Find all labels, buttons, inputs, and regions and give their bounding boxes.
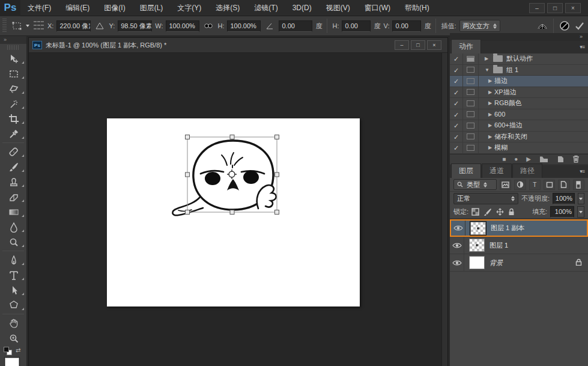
lock-all-icon[interactable] (508, 208, 515, 216)
menu-select[interactable]: 选择(S) (208, 0, 247, 16)
gradient-tool[interactable] (0, 204, 27, 219)
x-position-field[interactable]: 220.00 像素 (56, 20, 91, 32)
warp-mode-toggle-icon[interactable] (536, 20, 548, 32)
actions-panel-menu-icon[interactable] (580, 44, 584, 50)
action-label[interactable]: 储存和关闭 (494, 132, 527, 141)
crop-tool[interactable] (0, 111, 27, 126)
reference-point-locator[interactable] (32, 20, 44, 32)
new-action-button[interactable] (557, 156, 564, 163)
document-maximize-button[interactable]: □ (411, 40, 425, 50)
shape-tool[interactable] (0, 297, 27, 313)
menu-type[interactable]: 文字(Y) (170, 0, 208, 16)
blend-mode-dropdown[interactable]: 正常 (453, 193, 518, 204)
height-field[interactable]: 100.00% (227, 20, 261, 32)
action-check-icon[interactable]: ✓ (450, 132, 463, 142)
menu-filter[interactable]: 滤镜(T) (247, 0, 285, 16)
opacity-value[interactable]: 100% (553, 193, 575, 204)
toolbar-grip[interactable] (7, 45, 19, 50)
fill-dropdown-icon[interactable] (577, 206, 584, 218)
link-aspect-icon[interactable] (202, 20, 214, 32)
action-label[interactable]: 600+描边 (494, 121, 523, 130)
blur-tool[interactable] (0, 219, 27, 234)
opacity-dropdown-icon[interactable] (578, 193, 584, 204)
filter-smart-object-icon[interactable] (558, 180, 569, 190)
layer-row-background[interactable]: 背景 (450, 254, 588, 272)
lasso-tool[interactable] (0, 81, 27, 96)
expand-arrow-icon[interactable]: ▶ (488, 112, 494, 117)
type-tool[interactable] (0, 267, 27, 282)
eraser-tool[interactable] (0, 189, 27, 204)
action-item-blur[interactable]: ✓ ▶ 模糊 (450, 142, 588, 154)
brush-tool[interactable] (0, 159, 27, 174)
canvas[interactable] (107, 118, 360, 307)
action-check-icon[interactable]: ✓ (450, 53, 463, 64)
relative-positioning-icon[interactable] (94, 20, 106, 32)
lock-position-icon[interactable] (496, 208, 504, 216)
action-set-label[interactable]: 默认动作 (506, 54, 533, 63)
action-item-600-stroke[interactable]: ✓ ▶ 600+描边 (450, 120, 588, 132)
layer-name[interactable]: 图层 1 (489, 241, 508, 250)
layer-name[interactable]: 背景 (489, 258, 503, 267)
foreground-color-swatch[interactable] (5, 358, 19, 366)
tab-actions[interactable]: 动作 (451, 39, 481, 53)
zoom-tool[interactable] (0, 331, 27, 346)
layers-panel-menu-icon[interactable] (580, 168, 584, 174)
visibility-toggle[interactable] (451, 221, 465, 236)
menu-layer[interactable]: 图层(L) (133, 0, 171, 16)
menu-help[interactable]: 帮助(H) (398, 0, 437, 16)
path-selection-tool[interactable] (0, 282, 27, 297)
commit-transform-icon[interactable] (574, 20, 586, 32)
v-skew-field[interactable]: 0.00 (392, 20, 421, 32)
action-item-stroke[interactable]: ✓ ▶ 描边 (450, 76, 588, 87)
rotation-field[interactable]: 0.00 (279, 20, 312, 32)
play-button[interactable]: ▶ (526, 156, 531, 162)
menu-image[interactable]: 图像(I) (97, 0, 132, 16)
tab-channels[interactable]: 通道 (482, 163, 512, 178)
move-tool[interactable] (0, 51, 27, 66)
menu-3d[interactable]: 3D(D) (285, 0, 319, 16)
record-button[interactable]: ● (514, 156, 518, 162)
action-dialog-toggle[interactable] (463, 76, 479, 87)
action-check-icon[interactable]: ✓ (450, 87, 463, 98)
action-item-xp-stroke[interactable]: ✓ ▶ XP描边 (450, 87, 588, 99)
action-dialog-toggle[interactable] (463, 109, 479, 120)
tab-paths[interactable]: 路径 (512, 163, 542, 178)
expand-arrow-icon[interactable]: ▶ (488, 90, 494, 95)
action-dialog-toggle[interactable] (463, 98, 479, 109)
action-dialog-toggle[interactable] (463, 53, 479, 64)
magic-wand-tool[interactable] (0, 96, 27, 111)
layer-row-copy[interactable]: 图层 1 副本 (450, 219, 588, 237)
stop-button[interactable]: ■ (502, 156, 506, 162)
action-check-icon[interactable]: ✓ (450, 109, 463, 120)
expand-arrow-icon[interactable]: ▶ (488, 123, 494, 128)
action-item-rgb-color[interactable]: ✓ ▶ RGB颜色 (450, 98, 588, 109)
action-dialog-toggle[interactable] (463, 120, 479, 131)
layer-thumbnail[interactable] (469, 256, 485, 269)
h-skew-field[interactable]: 0.00 (342, 20, 371, 32)
action-item-600[interactable]: ✓ ▶ 600 (450, 109, 588, 121)
filter-adjustment-layers-icon[interactable] (514, 180, 526, 190)
expand-arrow-icon[interactable]: ▶ (488, 78, 494, 84)
menu-view[interactable]: 视图(V) (319, 0, 357, 16)
clone-stamp-tool[interactable] (0, 174, 27, 189)
menu-file[interactable]: 文件(F) (20, 0, 58, 16)
action-set-default[interactable]: ✓ ▶ 默认动作 (450, 53, 588, 65)
action-item-save-close[interactable]: ✓ ▶ 储存和关闭 (450, 132, 588, 143)
fill-value[interactable]: 100% (550, 206, 574, 218)
expand-arrow-icon[interactable]: ▶ (488, 100, 494, 106)
action-check-icon[interactable]: ✓ (450, 142, 463, 153)
app-minimize-button[interactable]: – (529, 3, 545, 13)
toolbar-collapse-icon[interactable]: » (0, 36, 26, 44)
filter-shape-layers-icon[interactable] (544, 180, 555, 190)
collapse-arrow-icon[interactable]: ▼ (485, 67, 491, 73)
action-dialog-toggle[interactable] (463, 142, 479, 153)
layer-row-layer1[interactable]: 图层 1 (450, 237, 588, 254)
document-title-bar[interactable]: Ps 未标题-1 @ 100% (图层 1 副本, RGB/8) * – □ × (29, 38, 447, 53)
delete-action-button[interactable] (572, 155, 580, 163)
action-dialog-toggle[interactable] (463, 65, 479, 76)
hand-tool[interactable] (0, 316, 27, 331)
action-check-icon[interactable]: ✓ (450, 120, 463, 131)
action-check-icon[interactable]: ✓ (450, 98, 463, 109)
app-maximize-button[interactable]: □ (547, 3, 563, 13)
action-label[interactable]: 600 (494, 111, 505, 118)
